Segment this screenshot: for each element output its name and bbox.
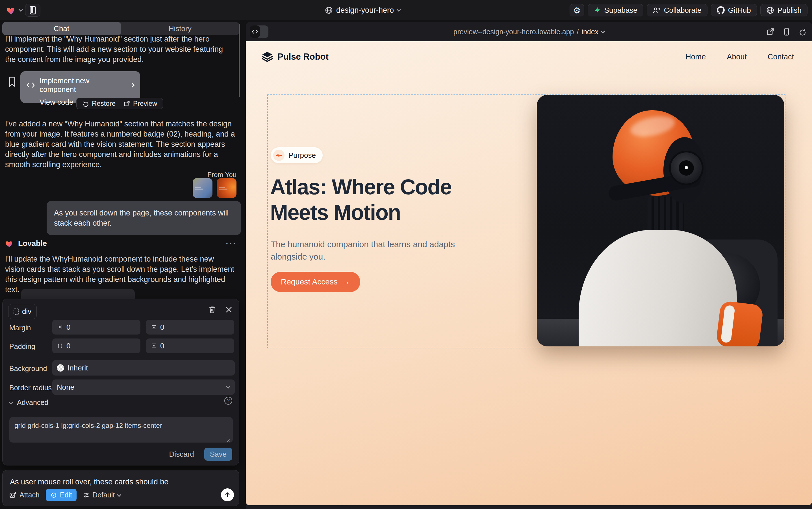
background-swatch-icon (57, 364, 64, 372)
supabase-icon (594, 6, 601, 14)
tab-chat[interactable]: Chat (2, 22, 121, 35)
hero-subheading: The humanoid companion that learns and a… (271, 238, 463, 263)
attach-button[interactable]: Attach (9, 491, 40, 499)
element-outline-icon (13, 308, 19, 315)
assistant-header: Lovable ··· (5, 239, 237, 248)
arrow-right-icon: → (342, 277, 350, 286)
advanced-section-toggle[interactable]: Advanced (9, 399, 48, 407)
publish-globe-icon (766, 6, 774, 14)
restore-button[interactable]: Restore (82, 100, 116, 107)
mode-select[interactable]: Default (83, 491, 121, 499)
site-header: Pulse Robot Home About Contact (262, 52, 794, 62)
open-in-new-tab-button[interactable] (766, 27, 775, 36)
target-icon (50, 492, 57, 499)
layers-logo-icon (262, 52, 273, 62)
selected-element-chip[interactable]: div (8, 304, 37, 319)
tab-history[interactable]: History (121, 22, 239, 35)
send-button[interactable] (221, 488, 234, 501)
robot-hero-image (537, 95, 784, 346)
margin-x-input[interactable]: 0 (52, 320, 140, 335)
chevron-down-icon (117, 492, 121, 497)
chevron-down-icon (9, 400, 13, 405)
background-label: Background (9, 365, 47, 373)
attach-image-icon (9, 491, 17, 499)
edit-mode-button[interactable]: Edit (46, 489, 77, 501)
project-chevron-icon (397, 7, 401, 12)
assistant-name: Lovable (18, 239, 47, 248)
component-card-title: Implement new component (40, 76, 126, 94)
assistant-message-3: I'll update the WhyHumanoid component to… (5, 254, 235, 295)
classes-textarea[interactable]: grid grid-cols-1 lg:grid-cols-2 gap-12 i… (9, 417, 233, 443)
chat-composer: As user mouse roll over, these cards sho… (2, 470, 239, 506)
preview-url: preview--design-your-hero.lovable.app (453, 28, 574, 36)
padding-x-icon (57, 343, 63, 349)
publish-button[interactable]: Publish (760, 4, 808, 16)
margin-y-input[interactable]: 0 (146, 320, 234, 335)
padding-y-input[interactable]: 0 (146, 338, 234, 353)
padding-y-icon (151, 343, 157, 349)
collaborate-button[interactable]: Collaborate (647, 4, 707, 16)
assistant-message-2: I've added a new "Why Humanoid" section … (5, 119, 235, 170)
element-tag: div (22, 307, 31, 316)
chat-input[interactable]: As user mouse roll over, these cards sho… (10, 478, 225, 486)
discard-button[interactable]: Discard (169, 450, 194, 459)
border-radius-select[interactable]: None (52, 379, 235, 395)
site-brand[interactable]: Pulse Robot (262, 52, 329, 62)
border-radius-label: Border radius (9, 384, 52, 392)
hero-heading: Atlas: Where Code Meets Motion (270, 174, 451, 225)
refresh-button[interactable] (799, 28, 806, 36)
robot-arm (716, 300, 764, 346)
robot-torso (579, 230, 737, 346)
nav-home[interactable]: Home (686, 53, 706, 61)
chevron-down-icon (226, 384, 230, 389)
sliders-icon (83, 492, 89, 499)
preview-button[interactable]: Preview (123, 100, 157, 107)
preview-pane: preview--design-your-hero.lovable.app / … (246, 22, 812, 509)
help-icon[interactable]: ? (224, 397, 232, 405)
restore-icon (82, 100, 89, 107)
message-menu-button[interactable]: ··· (226, 239, 237, 248)
top-bar: design-your-hero ⚙ Supabase Collaborate … (0, 0, 812, 20)
close-inspector-button[interactable] (225, 306, 232, 313)
bookmark-icon[interactable] (8, 76, 16, 87)
margin-x-icon (57, 324, 63, 330)
attachment-thumbnail-orange[interactable] (217, 178, 236, 198)
lovable-logo-icon[interactable] (6, 5, 16, 15)
padding-x-input[interactable]: 0 (52, 338, 140, 353)
github-icon (717, 6, 725, 14)
version-toolbar: Restore Preview (76, 98, 163, 109)
gear-icon: ⚙ (573, 5, 581, 15)
open-preview-icon (123, 100, 130, 107)
chevron-down-icon (601, 29, 605, 33)
workspace-chevron-icon[interactable] (19, 7, 23, 12)
sidebar-toggle-button[interactable] (25, 4, 40, 17)
github-button[interactable]: GitHub (711, 4, 757, 16)
save-button[interactable]: Save (204, 448, 232, 461)
margin-label: Margin (9, 324, 31, 332)
settings-button[interactable]: ⚙ (569, 4, 584, 16)
nav-about[interactable]: About (727, 53, 747, 61)
assistant-message-1: I'll implement the "Why Humanoid" sectio… (5, 34, 235, 65)
preview-page: index (582, 28, 598, 36)
project-switcher[interactable]: design-your-hero (325, 0, 400, 20)
preview-toolbar: preview--design-your-hero.lovable.app / … (246, 22, 812, 41)
margin-y-icon (151, 324, 157, 330)
delete-element-button[interactable] (209, 306, 216, 314)
chat-panel: Chat History I'll implement the "Why Hum… (0, 20, 242, 509)
project-name: design-your-hero (336, 6, 394, 15)
background-input[interactable]: Inherit (52, 360, 235, 376)
supabase-button[interactable]: Supabase (588, 4, 643, 16)
globe-icon (325, 6, 333, 14)
purpose-badge: Purpose (271, 147, 323, 163)
request-access-button[interactable]: Request Access → (271, 272, 360, 292)
attachment-thumbnail-blue[interactable] (193, 178, 213, 198)
chat-history-tabs: Chat History (2, 22, 239, 35)
mobile-view-button[interactable] (783, 27, 790, 36)
preview-url-bar[interactable]: preview--design-your-hero.lovable.app / … (246, 22, 812, 41)
nav-contact[interactable]: Contact (768, 53, 794, 61)
robot-eye (669, 151, 703, 185)
chat-scrollbar[interactable] (239, 24, 240, 97)
from-you-label: From You (157, 171, 236, 179)
element-inspector-panel: div Margin 0 0 Padding 0 0 (2, 299, 239, 466)
collaborate-icon (653, 6, 661, 14)
